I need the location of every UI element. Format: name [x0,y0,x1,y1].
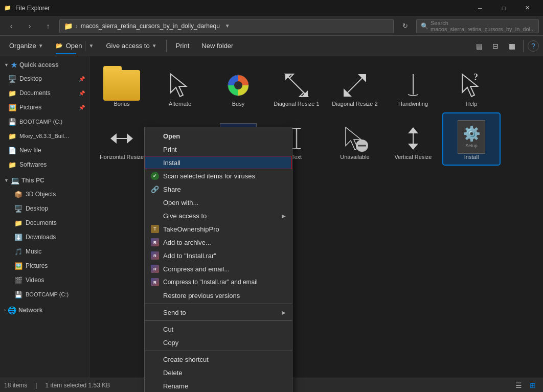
file-label-diagonal-resize-1: Diagonal Resize 1 [274,101,319,107]
ctx-open-with[interactable]: Open with... [145,196,292,209]
app-icon: 📁 [4,5,11,11]
ctx-open-with-icon [151,198,159,206]
ctx-rename[interactable]: Rename [145,379,292,392]
file-item-handwriting[interactable]: Handwriting [385,60,441,111]
ctx-install[interactable]: Install [145,156,292,169]
maximize-button[interactable]: □ [492,0,515,16]
ctx-restore-icon [151,291,159,299]
network-icon: 🌐 [8,306,16,314]
sidebar-item-new-file[interactable]: 📄 New file [0,143,89,157]
organize-label: Organize [9,42,36,50]
open-button[interactable]: 📂 Open ▼ [51,38,99,54]
view-options-button[interactable]: ⊟ [488,39,503,53]
sidebar-item-mkey[interactable]: 📁 Mkey_v8.3.3_Build_0 [0,129,89,143]
quick-access-chevron: ▼ [4,62,9,67]
file-item-busy[interactable]: Busy [210,60,266,111]
sidebar-item-desktop-label: Desktop [19,75,42,82]
pin-icon: 📌 [79,76,85,82]
sidebar-item-pictures[interactable]: 🖼️ Pictures 📌 [0,100,89,114]
print-button[interactable]: Print [171,38,195,54]
ctx-cut[interactable]: Cut [145,322,292,336]
ctx-add-archive[interactable]: R Add to archive... [145,236,292,249]
file-item-install[interactable]: ⚙️ Setup Install [443,113,500,165]
sidebar-item-music[interactable]: 🎵 Music [0,244,89,259]
file-label-bonus: Bonus [114,101,129,107]
file-label-help: Help [466,101,478,107]
sidebar-item-videos[interactable]: 🎬 Videos [0,273,89,287]
sidebar-item-documents[interactable]: 📁 Documents 📌 [0,86,89,100]
file-item-horizontal-resize[interactable]: Horizontal Resize [94,113,150,165]
file-item-alternate[interactable]: Alternate [152,60,208,111]
sidebar-header-network[interactable]: › 🌐 Network [0,304,89,317]
ctx-scan[interactable]: ✔ Scan selected items for viruses [145,169,292,182]
ctx-restore-versions[interactable]: Restore previous versions [145,289,292,302]
file-item-bonus[interactable]: Bonus [94,60,150,111]
address-path[interactable]: 📁 › macos_sierra_retina_cursors_by_in_do… [59,19,394,33]
sidebar-item-softwares[interactable]: 📁 Softwares [0,157,89,172]
preview-pane-button[interactable]: ▤ [472,39,486,53]
file-item-diagonal-resize-1[interactable]: Diagonal Resize 1 [268,60,325,111]
file-label-diagonal-resize-2: Diagonal Resize 2 [332,101,377,107]
file-item-diagonal-resize-2[interactable]: Diagonal Resize 2 [327,60,383,111]
path-dropdown-icon[interactable]: ▼ [225,23,230,29]
ctx-compress-install-email[interactable]: R Compress to "Install.rar" and email [145,275,292,289]
this-pc-label: This PC [21,177,44,184]
network-chevron: › [4,308,6,313]
close-button[interactable]: ✕ [515,0,539,16]
ctx-send-to[interactable]: Send to ▶ [145,306,292,319]
ctx-delete-icon [151,368,159,377]
sidebar-item-documents-pc[interactable]: 📁 Documents [0,216,89,230]
ctx-add-install-rar-label: Add to "Install.rar" [163,252,216,260]
sidebar-item-pictures-label: Pictures [19,104,41,111]
pictures-icon: 🖼️ [8,104,16,111]
ctx-share[interactable]: 🔗 Share [145,182,292,196]
minimize-button[interactable]: ─ [468,0,492,16]
back-button[interactable]: ‹ [4,19,18,33]
sidebar-item-downloads[interactable]: ⬇️ Downloads [0,230,89,244]
ctx-print[interactable]: Print [145,143,292,156]
give-access-button[interactable]: Give access to ▼ [101,38,162,54]
svg-text:?: ? [473,72,478,82]
toolbar-right-separator [523,40,524,52]
toolbar: Organize ▼ 📂 Open ▼ Give access to ▼ Pri… [0,36,543,56]
ctx-compress-email[interactable]: R Compress and email... [145,262,292,275]
organize-dropdown-icon: ▼ [38,43,43,49]
sidebar-item-bootcamp[interactable]: 💾 BOOTCAMP (C:) [0,114,89,129]
organize-button[interactable]: Organize ▼ [4,38,49,54]
ctx-rename-icon [151,382,159,390]
file-item-unavailable[interactable]: Unavailable [327,113,383,165]
ctx-copy[interactable]: Copy [145,336,292,349]
ctx-add-install-rar[interactable]: R Add to "Install.rar" [145,249,292,262]
ctx-take-ownership[interactable]: T TakeOwnershipPro [145,222,292,236]
ctx-delete-label: Delete [163,369,183,377]
sidebar-item-desktop-pc[interactable]: 🖥️ Desktop [0,201,89,216]
open-dropdown-icon[interactable]: ▼ [88,43,94,49]
ctx-create-shortcut[interactable]: Create shortcut [145,353,292,366]
sidebar-item-softwares-label: Softwares [19,161,47,168]
refresh-button[interactable]: ↻ [398,19,412,33]
details-view-button[interactable]: ☰ [512,380,525,391]
ctx-delete[interactable]: Delete [145,366,292,379]
ctx-give-access[interactable]: Give access to ▶ [145,209,292,222]
search-box[interactable]: 🔍 Search macos_sierra_retina_cursors_by_… [416,19,539,33]
forward-button[interactable]: › [22,19,37,33]
sidebar-header-quick-access[interactable]: ▼ ★ Quick access [0,58,89,72]
file-label-text: Text [291,154,302,160]
file-item-vertical-resize[interactable]: Vertical Resize [385,113,441,165]
up-button[interactable]: ↑ [41,19,55,33]
toolbar-right: ▤ ⊟ ▦ ? [472,39,539,53]
new-folder-button[interactable]: New folder [196,38,238,54]
large-icons-view-button[interactable]: ⊞ [527,380,539,391]
sidebar-item-3d-objects[interactable]: 📦 3D Objects [0,187,89,201]
sidebar-item-pictures-pc[interactable]: 🖼️ Pictures [0,259,89,273]
install-file-icon: ⚙️ Setup [458,120,485,154]
help-button[interactable]: ? [528,40,539,52]
details-pane-button[interactable]: ▦ [505,39,519,53]
ctx-open[interactable]: Open [145,129,292,143]
ctx-add-archive-icon: R [151,238,159,246]
file-item-help[interactable]: ? Help [443,60,500,111]
sidebar-item-desktop[interactable]: 🖥️ Desktop 📌 [0,72,89,86]
sidebar-header-this-pc[interactable]: ▼ 💻 This PC [0,174,89,187]
sidebar-item-bootcamp-pc[interactable]: 💾 BOOTCAMP (C:) [0,287,89,302]
ctx-take-ownership-icon: T [151,225,159,233]
